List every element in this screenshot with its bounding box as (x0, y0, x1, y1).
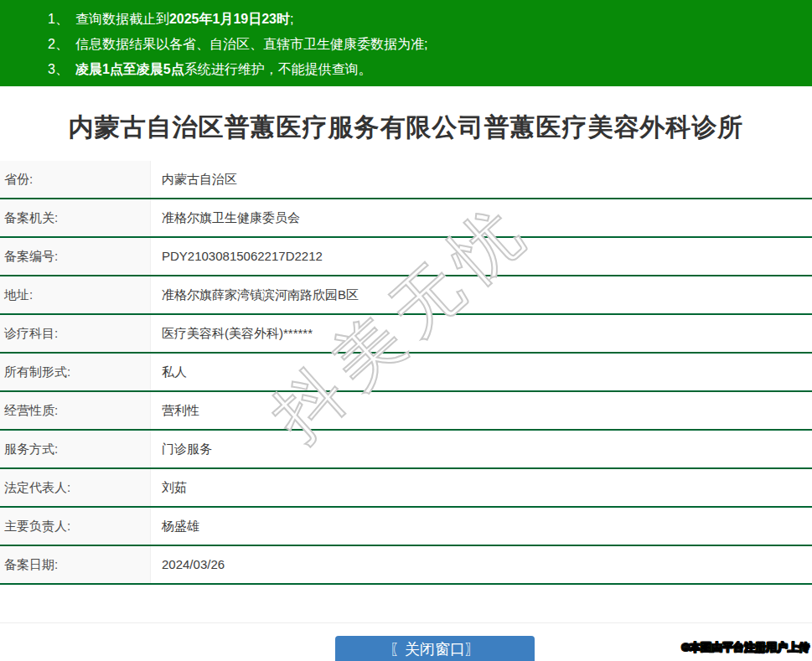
row-label: 省份: (0, 161, 151, 198)
row-label: 备案编号: (0, 238, 151, 275)
table-row-treatment-subjects: 诊疗科目: 医疗美容科(美容外科)****** (0, 315, 812, 354)
notice-line-2: 2、信息数据结果以各省、自治区、直辖市卫生健康委数据为准; (48, 32, 812, 57)
notice-banner: 1、查询数据截止到2025年1月19日23时; 2、信息数据结果以各省、自治区、… (0, 0, 812, 86)
row-label: 主要负责人: (0, 508, 151, 545)
notice-number: 1、 (48, 12, 69, 26)
footer: 〖关闭窗口〗 ©本图由平台注册用户上传 (0, 622, 812, 661)
row-value: PDY21030815062217D2212 (151, 238, 812, 275)
table-row-province: 省份: 内蒙古自治区 (0, 161, 812, 199)
row-label: 法定代表人: (0, 469, 151, 506)
table-row-address: 地址: 准格尔旗薛家湾镇滨河南路欣园B区 (0, 276, 812, 315)
registration-info-table: 省份: 内蒙古自治区 备案机关: 准格尔旗卫生健康委员会 备案编号: PDY21… (0, 161, 812, 585)
table-row-business-nature: 经营性质: 营利性 (0, 392, 812, 431)
row-value: 营利性 (151, 392, 812, 429)
page-title: 内蒙古自治区普蕙医疗服务有限公司普蕙医疗美容外科诊所 (0, 109, 812, 146)
row-label: 所有制形式: (0, 354, 151, 390)
table-row-service-mode: 服务方式: 门诊服务 (0, 431, 812, 469)
notice-number: 2、 (48, 37, 69, 51)
row-label: 诊疗科目: (0, 315, 151, 352)
row-value: 准格尔旗卫生健康委员会 (151, 199, 812, 236)
row-value: 门诊服务 (151, 431, 812, 467)
row-value: 2024/03/26 (151, 546, 812, 583)
notice-text: ; (290, 12, 293, 26)
table-row-filing-authority: 备案机关: 准格尔旗卫生健康委员会 (0, 199, 812, 238)
row-label: 经营性质: (0, 392, 151, 429)
notice-text: 信息数据结果以各省、自治区、直辖市卫生健康委数据为准; (75, 37, 427, 51)
table-row-ownership-form: 所有制形式: 私人 (0, 354, 812, 392)
notice-line-1: 1、查询数据截止到2025年1月19日23时; (48, 7, 812, 32)
row-label: 备案日期: (0, 546, 151, 583)
close-window-button[interactable]: 〖关闭窗口〗 (335, 636, 535, 661)
copyright-notice: ©本图由平台注册用户上传 (681, 640, 809, 655)
table-row-legal-representative: 法定代表人: 刘茹 (0, 469, 812, 508)
row-label: 服务方式: (0, 431, 151, 467)
notice-number: 3、 (48, 62, 69, 76)
row-label: 备案机关: (0, 199, 151, 236)
row-value: 杨盛雄 (151, 508, 812, 545)
notice-highlight: 凌晨1点至凌晨5点 (75, 62, 184, 76)
row-value: 医疗美容科(美容外科)****** (151, 315, 812, 352)
table-row-principal: 主要负责人: 杨盛雄 (0, 508, 812, 546)
notice-text: 系统进行维护，不能提供查询。 (184, 62, 372, 76)
table-row-filing-date: 备案日期: 2024/03/26 (0, 546, 812, 585)
table-row-filing-number: 备案编号: PDY21030815062217D2212 (0, 238, 812, 276)
row-value: 刘茹 (151, 469, 812, 506)
notice-line-3: 3、凌晨1点至凌晨5点系统进行维护，不能提供查询。 (48, 57, 812, 82)
row-value: 准格尔旗薛家湾镇滨河南路欣园B区 (151, 276, 812, 313)
notice-highlight: 2025年1月19日23时 (169, 12, 290, 26)
row-label: 地址: (0, 276, 151, 313)
row-value: 私人 (151, 354, 812, 390)
notice-text: 查询数据截止到 (75, 12, 169, 26)
row-value: 内蒙古自治区 (151, 161, 812, 198)
